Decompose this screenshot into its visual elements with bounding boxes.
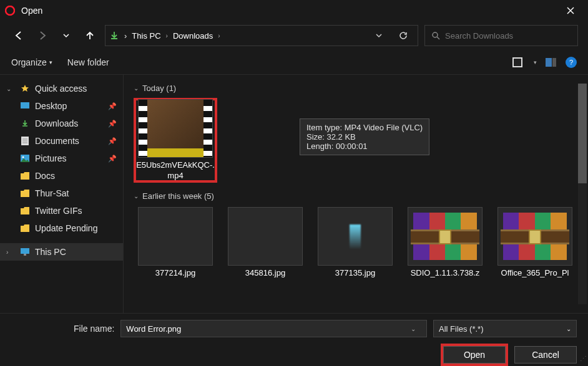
sidebar-label: Docs xyxy=(35,171,55,181)
window-title: Open xyxy=(21,6,42,16)
sidebar-item-update-pending[interactable]: Update Pending xyxy=(0,219,123,237)
monitor-icon xyxy=(20,247,30,257)
file-name: Office_365_Pro_Pl xyxy=(501,268,569,279)
forward-button[interactable] xyxy=(34,27,51,44)
folder-icon xyxy=(20,171,30,181)
chevron-down-icon: ⌄ xyxy=(6,85,15,92)
sidebar-quick-access[interactable]: ⌄ Quick access xyxy=(0,80,123,97)
pin-icon: 📌 xyxy=(108,155,117,163)
pin-icon: 📌 xyxy=(108,120,117,128)
sidebar-label: Desktop xyxy=(35,101,67,111)
filter-label: All Files (*.*) xyxy=(439,324,484,334)
preview-pane-button[interactable] xyxy=(546,58,557,67)
breadcrumb-item[interactable]: Downloads xyxy=(173,31,213,41)
group-today[interactable]: ⌄ Today (1) xyxy=(134,84,581,93)
sidebar-item-documents[interactable]: Documents 📌 xyxy=(0,132,123,150)
organize-button[interactable]: Organize ▾ xyxy=(11,57,52,67)
file-name: 377214.jpg xyxy=(155,268,195,279)
back-button[interactable] xyxy=(10,27,27,44)
tooltip-line: Item type: MP4 Video File (VLC) xyxy=(306,123,423,132)
chevron-right-icon: › xyxy=(124,31,127,41)
file-item[interactable]: SDIO_1.11.3.738.z xyxy=(404,207,486,279)
file-item[interactable]: Office_365_Pro_Pl xyxy=(494,207,576,279)
chevron-right-icon: › xyxy=(6,249,15,256)
close-button[interactable] xyxy=(558,1,583,21)
video-thumbnail xyxy=(138,99,213,158)
file-item-selected[interactable]: E5Ubs2mVEAkKQC-.mp4 xyxy=(135,99,216,181)
file-item[interactable]: 377135.jpg xyxy=(315,207,396,279)
image-thumbnail xyxy=(138,207,213,266)
nav-row: › This PC › Downloads › xyxy=(0,21,588,50)
file-name: SDIO_1.11.3.738.z xyxy=(411,268,480,279)
chevron-down-icon: ⌄ xyxy=(134,193,139,200)
file-name: 377135.jpg xyxy=(335,268,375,279)
footer: File name: ⌄ All Files (*.*) ⌄ Open Canc… xyxy=(0,313,588,364)
sidebar-this-pc[interactable]: › This PC xyxy=(0,243,123,261)
address-dropdown[interactable] xyxy=(370,27,388,44)
sidebar-item-docs[interactable]: Docs xyxy=(0,167,123,185)
filename-input[interactable] xyxy=(126,324,410,334)
folder-icon xyxy=(20,206,30,216)
sidebar-label: This PC xyxy=(35,247,66,257)
breadcrumb-item[interactable]: This PC xyxy=(132,31,160,41)
breadcrumb: This PC › Downloads › xyxy=(132,31,365,41)
svg-rect-5 xyxy=(552,58,556,67)
group-earlier[interactable]: ⌄ Earlier this week (5) xyxy=(134,191,581,201)
toolbar: Organize ▾ New folder ▾ ? xyxy=(0,50,588,75)
svg-point-0 xyxy=(6,6,14,15)
sidebar-item-thur-sat[interactable]: Thur-Sat xyxy=(0,185,123,202)
folder-icon xyxy=(20,223,30,233)
image-thumbnail xyxy=(318,207,393,266)
sidebar-label: Update Pending xyxy=(35,223,97,233)
view-mode-button[interactable] xyxy=(512,57,525,67)
file-item[interactable]: 377214.jpg xyxy=(135,207,216,279)
svg-point-1 xyxy=(433,32,438,37)
opera-logo-icon xyxy=(5,5,16,16)
recent-dropdown[interactable] xyxy=(57,27,75,44)
file-item[interactable]: 345816.jpg xyxy=(225,207,306,279)
file-tooltip: Item type: MP4 Video File (VLC) Size: 32… xyxy=(300,118,429,155)
sidebar-label: Thur-Sat xyxy=(35,188,69,198)
svg-rect-14 xyxy=(24,254,26,256)
star-icon xyxy=(20,84,30,94)
svg-rect-4 xyxy=(546,58,552,67)
scrollbar-thumb[interactable] xyxy=(578,84,587,183)
filename-input-wrap[interactable]: ⌄ xyxy=(120,320,427,337)
chevron-down-icon: ⌄ xyxy=(566,325,571,332)
help-button[interactable]: ? xyxy=(566,57,577,68)
chevron-right-icon: › xyxy=(215,32,222,39)
file-name: E5Ubs2mVEAkKQC-.mp4 xyxy=(135,160,216,181)
chevron-down-icon[interactable]: ⌄ xyxy=(411,325,421,332)
svg-rect-3 xyxy=(514,59,521,66)
search-input[interactable] xyxy=(445,31,571,41)
scrollbar[interactable] xyxy=(578,75,587,313)
titlebar: Open xyxy=(0,0,588,21)
sidebar-label: Documents xyxy=(35,136,79,146)
view-dropdown[interactable]: ▾ xyxy=(534,59,537,65)
sidebar-item-pictures[interactable]: Pictures 📌 xyxy=(0,150,123,167)
sidebar-item-twitter-gifs[interactable]: Twitter GIFs xyxy=(0,202,123,219)
svg-rect-13 xyxy=(21,248,29,254)
chevron-down-icon: ▾ xyxy=(49,59,52,65)
search-box[interactable] xyxy=(424,25,578,46)
open-button[interactable]: Open xyxy=(443,346,506,364)
refresh-button[interactable] xyxy=(393,25,414,46)
sidebar-item-downloads[interactable]: Downloads 📌 xyxy=(0,115,123,132)
up-button[interactable] xyxy=(81,27,99,44)
tooltip-line: Length: 00:00:01 xyxy=(306,142,423,151)
sidebar-item-desktop[interactable]: Desktop 📌 xyxy=(0,97,123,115)
search-icon xyxy=(431,31,440,40)
sidebar-label: Downloads xyxy=(35,118,78,128)
file-name: 345816.jpg xyxy=(245,268,285,279)
archive-thumbnail xyxy=(497,207,572,266)
archive-thumbnail xyxy=(408,207,483,266)
resize-grip[interactable]: ⋰ xyxy=(580,355,587,363)
sidebar-label: Pictures xyxy=(35,153,67,163)
file-content: ⌄ Today (1) E5Ubs2mVEAkKQC-.mp4 Item typ… xyxy=(124,75,588,313)
address-bar[interactable]: › This PC › Downloads › xyxy=(105,25,418,46)
chevron-down-icon: ⌄ xyxy=(134,85,139,92)
cancel-button[interactable]: Cancel xyxy=(514,346,577,364)
new-folder-button[interactable]: New folder xyxy=(67,57,109,67)
pin-icon: 📌 xyxy=(108,137,117,145)
file-type-filter[interactable]: All Files (*.*) ⌄ xyxy=(433,320,577,337)
